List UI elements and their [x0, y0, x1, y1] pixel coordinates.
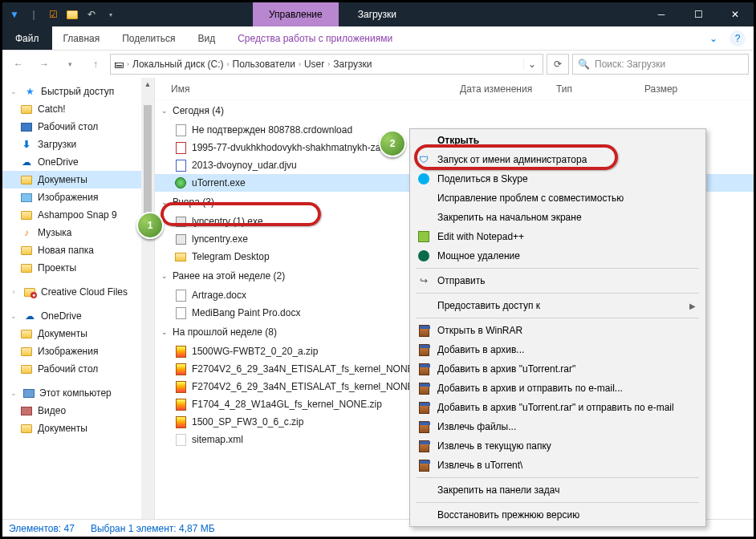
- context-menu-item[interactable]: Добавить в архив "uTorrent.rar": [412, 359, 704, 379]
- file-icon: [174, 215, 187, 228]
- folder-icon[interactable]: [63, 6, 81, 23]
- context-menu-item[interactable]: Открыть: [412, 131, 704, 150]
- sidebar-item[interactable]: Документы: [2, 419, 154, 437]
- context-menu-item[interactable]: Извлечь в текущую папку: [412, 436, 704, 456]
- sidebar-item[interactable]: Изображения: [2, 342, 154, 360]
- icon: [20, 422, 33, 435]
- address-dropdown-icon[interactable]: ⌄: [523, 59, 539, 70]
- tab-app-tools[interactable]: Средства работы с приложениями: [226, 26, 404, 50]
- context-menu-item[interactable]: Добавить в архив и отправить по e-mail..…: [412, 379, 704, 398]
- submenu-arrow-icon: ▶: [689, 302, 696, 310]
- pc-icon: [23, 389, 35, 398]
- file-icon: [174, 380, 187, 393]
- group-header[interactable]: ⌄Сегодня (4): [155, 100, 754, 121]
- sidebar-this-pc[interactable]: ⌄Этот компьютер: [2, 384, 154, 402]
- close-button[interactable]: ✕: [717, 2, 754, 26]
- context-menu-item[interactable]: Восстановить прежнюю версию: [412, 505, 704, 525]
- folder-icon: [20, 261, 33, 274]
- tab-home[interactable]: Главная: [52, 26, 112, 50]
- context-separator: [417, 268, 699, 269]
- breadcrumb-seg[interactable]: Пользователи›: [233, 59, 301, 70]
- context-icon: [417, 400, 431, 415]
- minimize-button[interactable]: ─: [643, 2, 680, 26]
- sidebar-item[interactable]: Проекты: [2, 259, 154, 277]
- sidebar-item[interactable]: Изображения: [2, 188, 154, 206]
- context-separator: [417, 477, 699, 478]
- sidebar-item[interactable]: Catch!: [2, 100, 154, 118]
- sidebar-item[interactable]: Рабочий стол: [2, 360, 154, 378]
- sidebar-scrollbar[interactable]: ▲: [141, 78, 154, 519]
- sidebar-item[interactable]: ⬇Загрузки: [2, 136, 154, 153]
- col-type[interactable]: Тип: [556, 83, 644, 95]
- tab-share[interactable]: Поделиться: [111, 26, 186, 50]
- sidebar: ⌄★Быстрый доступ Catch!Рабочий стол⬇Загр…: [2, 78, 155, 519]
- sidebar-item[interactable]: Ashampoo Snap 9: [2, 206, 154, 224]
- file-icon: [174, 141, 187, 154]
- context-menu-item[interactable]: Извлечь в uTorrent\: [412, 456, 704, 475]
- context-menu-item[interactable]: Предоставить доступ к▶: [412, 296, 704, 315]
- file-tab[interactable]: Файл: [2, 26, 52, 50]
- up-button[interactable]: ↑: [84, 53, 107, 75]
- context-menu-item[interactable]: Мощное удаление: [412, 246, 704, 265]
- undo-icon[interactable]: ↶: [83, 6, 100, 23]
- context-menu-item[interactable]: Извлечь файлы...: [412, 417, 704, 436]
- sidebar-item[interactable]: Новая папка: [2, 241, 154, 259]
- context-menu-item[interactable]: Закрепить на начальном экране: [412, 208, 704, 227]
- folder-icon: ⬇: [20, 138, 33, 151]
- tab-view[interactable]: Вид: [186, 26, 226, 50]
- context-menu-item[interactable]: ↪Отправить: [412, 271, 704, 290]
- recent-dropdown[interactable]: ▾: [59, 53, 81, 75]
- col-size[interactable]: Размер: [644, 83, 701, 95]
- sidebar-item[interactable]: Документы: [2, 171, 154, 188]
- folder-icon: ☁: [20, 156, 33, 168]
- sidebar-quick-access[interactable]: ⌄★Быстрый доступ: [2, 83, 154, 100]
- down-arrow-icon[interactable]: ▼: [6, 6, 23, 23]
- context-menu-item[interactable]: 🛡Запуск от имени администратора: [412, 150, 704, 169]
- sidebar-cc-files[interactable]: ›●Creative Cloud Files: [2, 283, 154, 301]
- context-menu: Открыть🛡Запуск от имени администратораПо…: [409, 128, 706, 527]
- breadcrumb-seg[interactable]: Загрузки: [333, 59, 372, 70]
- context-menu-item[interactable]: Открыть в WinRAR: [412, 321, 704, 340]
- help-icon[interactable]: ?: [730, 30, 746, 47]
- context-menu-item[interactable]: Добавить в архив...: [412, 340, 704, 359]
- column-headers: Имя Дата изменения Тип Размер: [155, 78, 754, 100]
- ribbon-tabs: Файл Главная Поделиться Вид Средства раб…: [2, 26, 754, 51]
- col-date[interactable]: Дата изменения: [460, 83, 556, 95]
- folder-icon: [20, 191, 33, 204]
- context-menu-item[interactable]: Закрепить на панели задач: [412, 480, 704, 500]
- sidebar-item[interactable]: ☁OneDrive: [2, 153, 154, 171]
- file-icon: [174, 415, 187, 428]
- context-menu-item[interactable]: Исправление проблем с совместимостью: [412, 188, 704, 208]
- folder-icon: [20, 209, 33, 221]
- sidebar-onedrive[interactable]: ⌄☁OneDrive: [2, 307, 154, 325]
- back-button[interactable]: ←: [7, 53, 30, 75]
- context-menu-item[interactable]: Добавить в архив "uTorrent.rar" и отправ…: [412, 398, 704, 417]
- folder-icon: [20, 363, 33, 375]
- context-menu-item[interactable]: Поделиться в Skype: [412, 169, 704, 188]
- context-icon: [417, 133, 431, 148]
- folder-icon: [20, 244, 33, 257]
- refresh-button[interactable]: ⟳: [547, 54, 569, 75]
- context-menu-item[interactable]: Edit with Notepad++: [412, 227, 704, 246]
- checkbox-icon[interactable]: ☑: [44, 6, 62, 23]
- sidebar-item[interactable]: Видео: [2, 402, 154, 419]
- title-bar: ▼ | ☑ ↶ ▾ Управление Загрузки ─ ☐ ✕: [2, 2, 754, 26]
- context-icon: [417, 342, 431, 357]
- file-icon: [174, 345, 187, 358]
- qat-dropdown-icon[interactable]: ▾: [102, 6, 120, 23]
- ribbon-expand-icon[interactable]: ⌄: [697, 26, 730, 50]
- context-separator: [417, 502, 699, 503]
- breadcrumb-seg[interactable]: Локальный диск (C:)›: [132, 59, 230, 70]
- forward-button[interactable]: →: [33, 53, 55, 75]
- file-icon: [174, 433, 187, 446]
- sidebar-item[interactable]: Документы: [2, 325, 154, 342]
- sidebar-item[interactable]: Рабочий стол: [2, 118, 154, 136]
- col-name[interactable]: Имя: [171, 83, 460, 95]
- maximize-button[interactable]: ☐: [680, 2, 717, 26]
- sidebar-item[interactable]: ♪Музыка: [2, 224, 154, 241]
- search-input[interactable]: 🔍 Поиск: Загрузки: [572, 54, 749, 75]
- breadcrumb-seg[interactable]: User›: [304, 59, 330, 70]
- cc-icon: ●: [23, 286, 36, 298]
- address-box[interactable]: 🖴 › Локальный диск (C:)› Пользователи› U…: [110, 54, 543, 75]
- folder-icon: [20, 327, 33, 340]
